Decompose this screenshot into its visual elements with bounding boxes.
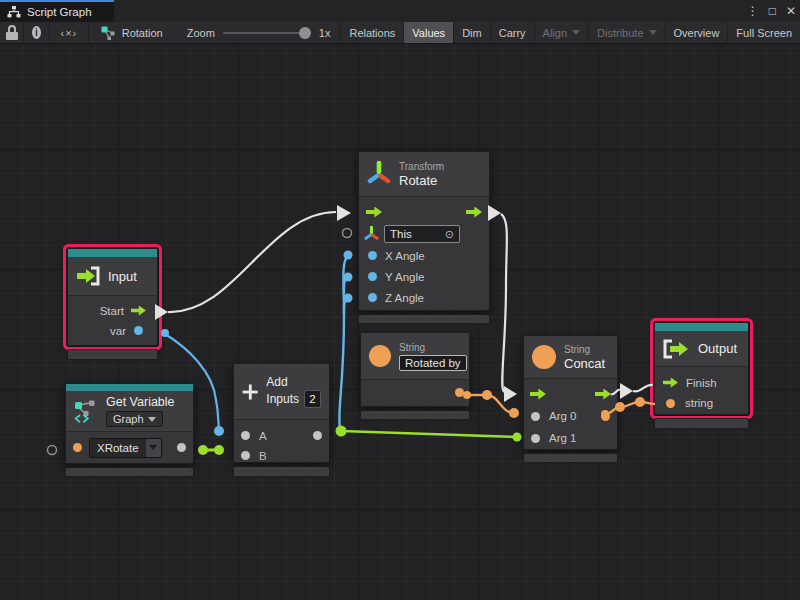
zoom-slider[interactable] [223, 32, 311, 34]
node-footer [654, 418, 749, 429]
zoom-control: Zoom 1x [177, 22, 341, 43]
node-input-header[interactable]: Input [68, 257, 157, 296]
node-subtitle: String [564, 344, 605, 356]
value-input-port[interactable] [666, 399, 675, 408]
node-title: Rotate [399, 173, 444, 188]
node-footer [360, 410, 470, 420]
port-label: Start [100, 305, 124, 317]
port-label: X Angle [385, 250, 425, 262]
overview-button[interactable]: Overview [666, 22, 729, 43]
value-input-port[interactable] [241, 431, 250, 440]
flow-input-port[interactable] [663, 378, 678, 388]
window-menu-icon[interactable]: ⋮ [747, 4, 759, 18]
node-input[interactable]: Input Start var [67, 248, 158, 346]
dim-toggle[interactable]: Dim [454, 22, 491, 43]
flow-input-port[interactable] [366, 207, 382, 218]
node-footer [523, 453, 618, 463]
fullscreen-button[interactable]: Full Screen [728, 22, 800, 43]
graph-asset-icon [101, 26, 116, 40]
this-object-field[interactable]: This ⊙ [384, 225, 460, 243]
flow-output-port[interactable] [131, 306, 146, 316]
lock-icon [6, 25, 18, 40]
node-subtitle: Transform [399, 161, 444, 173]
value-input-port[interactable] [241, 451, 250, 460]
variable-name-dropdown[interactable]: XRotate [89, 438, 162, 458]
port-label: string [685, 397, 713, 409]
lock-button[interactable] [0, 22, 24, 43]
node-string-concat[interactable]: String Concat Arg 0 Arg 1 [523, 335, 618, 450]
align-dropdown[interactable]: Align [535, 22, 589, 43]
zoom-value: 1x [319, 27, 331, 39]
node-string-header[interactable]: String Rotated by [361, 333, 469, 380]
value-input-port[interactable] [73, 443, 82, 452]
event-strip [655, 323, 748, 331]
value-output-port[interactable] [177, 443, 186, 452]
graph-tab-icon [7, 6, 21, 18]
value-input-port[interactable] [368, 272, 377, 281]
output-icon [663, 339, 690, 359]
value-output-port[interactable] [134, 326, 143, 335]
node-string-literal[interactable]: String Rotated by [360, 332, 470, 407]
flow-output-port[interactable] [466, 207, 482, 218]
node-get-variable[interactable]: Get Variable Graph XRotate [65, 383, 194, 464]
node-rotate-header[interactable]: Transform Rotate [359, 152, 489, 197]
node-output[interactable]: Output Finish string [654, 322, 749, 415]
transform-mini-icon [364, 226, 379, 242]
port-label: Arg 0 [549, 410, 577, 422]
chevron-down-icon [146, 439, 161, 457]
value-input-port[interactable] [531, 434, 540, 443]
carry-toggle[interactable]: Carry [491, 22, 535, 43]
values-toggle[interactable]: Values [404, 22, 454, 43]
embed-graph-button[interactable]: ‹×› [50, 22, 89, 43]
port-label: Y Angle [385, 271, 424, 283]
node-get-variable-header[interactable]: Get Variable Graph [66, 391, 193, 432]
node-add-header[interactable]: Add Inputs 2 [234, 364, 329, 420]
tab-title: Script Graph [27, 6, 92, 18]
input-count-field[interactable]: 2 [304, 390, 321, 408]
port-label: var [110, 325, 126, 337]
value-input-port[interactable] [368, 251, 377, 260]
port-label: Arg 1 [549, 432, 577, 444]
node-output-header[interactable]: Output [655, 331, 748, 367]
input-icon [76, 266, 100, 286]
info-icon: i [32, 26, 41, 39]
graph-toolbar: i ‹×› Rotation Zoom 1x Relations Values … [0, 22, 800, 44]
node-transform-rotate[interactable]: Transform Rotate This ⊙ X Angle Y [358, 151, 490, 311]
value-output-port[interactable] [601, 412, 610, 421]
chevron-down-icon [649, 30, 657, 35]
inspect-button[interactable]: i [24, 22, 50, 43]
flow-output-port[interactable] [595, 389, 611, 400]
code-icon: ‹×› [60, 27, 77, 39]
relations-toggle[interactable]: Relations [341, 22, 404, 43]
transform-icon [367, 161, 391, 187]
node-footer [358, 314, 490, 324]
event-strip [68, 249, 157, 257]
string-value-field[interactable]: Rotated by [399, 355, 467, 371]
node-add-inputs[interactable]: Add Inputs 2 A B [233, 363, 330, 463]
graph-name: Rotation [89, 22, 177, 43]
unity-script-graph-window: { "window": { "tab_title": "Script Graph… [0, 0, 800, 600]
variable-kind-dropdown[interactable]: Graph [106, 411, 163, 427]
flow-input-port[interactable] [530, 389, 546, 400]
node-title: Concat [564, 356, 605, 371]
string-icon [369, 345, 391, 367]
string-icon [532, 345, 556, 369]
zoom-slider-handle[interactable] [299, 27, 311, 39]
graph-name-label: Rotation [122, 27, 163, 39]
target-picker-icon[interactable]: ⊙ [445, 228, 454, 241]
value-input-port[interactable] [531, 412, 540, 421]
maximize-icon[interactable]: □ [769, 4, 776, 18]
node-concat-header[interactable]: String Concat [524, 336, 617, 379]
chevron-down-icon [148, 417, 156, 422]
distribute-dropdown[interactable]: Distribute [589, 22, 665, 43]
chevron-down-icon [572, 30, 580, 35]
variable-strip [66, 384, 193, 391]
value-output-port[interactable] [313, 431, 322, 440]
value-output-port[interactable] [455, 388, 464, 397]
close-icon[interactable]: ✕ [786, 4, 796, 18]
value-input-port[interactable] [368, 293, 377, 302]
tab-script-graph[interactable]: Script Graph [0, 0, 114, 22]
port-label: Z Angle [385, 292, 424, 304]
title-bar: Script Graph ⋮ □ ✕ [0, 0, 800, 22]
node-footer [67, 349, 158, 360]
